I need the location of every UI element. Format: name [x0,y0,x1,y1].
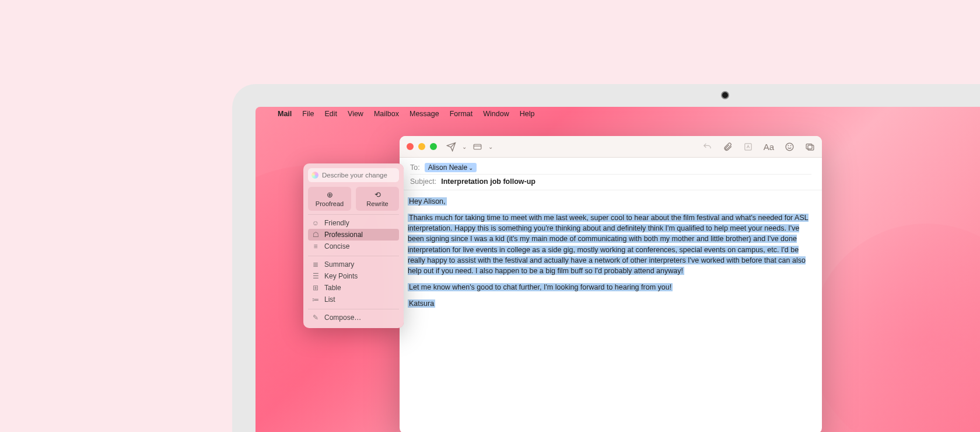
subject-row[interactable]: Subject: Interpretation job follow-up [410,174,811,187]
concise-icon: ≡ [312,242,320,250]
menu-window[interactable]: Window [483,110,509,118]
compose-window: ⌄ ⌄ Aa [400,136,822,432]
proofread-button[interactable]: ⊕ Proofread [308,187,351,211]
body-para1: Thanks much for taking time to meet with… [408,214,808,275]
table-icon: ⊞ [312,284,320,292]
recipient-chip[interactable]: Alison Neale [425,163,477,172]
format-icon[interactable]: Aa [764,142,774,152]
message-body[interactable]: Hey Alison, Thanks much for taking time … [400,190,822,432]
svg-point-5 [790,145,791,146]
list-icon: ≔ [312,295,320,304]
attachment-icon[interactable] [723,142,733,152]
format-table[interactable]: ⊞ Table [308,282,399,294]
to-row: To: Alison Neale [410,161,811,174]
svg-point-4 [788,145,789,146]
zoom-button[interactable] [430,143,437,150]
close-button[interactable] [407,143,414,150]
reply-icon[interactable] [702,142,712,152]
subject-label: Subject: [410,177,436,186]
titlebar: ⌄ ⌄ Aa [400,136,822,158]
body-signature: Katsura [408,299,435,308]
format-summary[interactable]: ≣ Summary [308,259,399,270]
svg-rect-2 [744,143,751,149]
header-fields-icon[interactable] [473,142,482,152]
svg-rect-7 [808,145,814,149]
writing-tools-popover: ⊕ Proofread ⟲ Rewrite ☺ Friendly ☖ Profe… [303,163,404,328]
subject-value: Interpretation job follow-up [441,177,536,186]
smile-icon: ☺ [312,219,320,227]
menu-format[interactable]: Format [450,110,473,118]
body-greeting: Hey Alison, [408,197,447,205]
chevron-down-icon[interactable]: ⌄ [488,144,493,150]
to-label: To: [410,163,420,172]
body-para2: Let me know when's good to chat further,… [408,283,673,291]
magnify-check-icon: ⊕ [310,190,349,199]
menu-message[interactable]: Message [410,110,439,118]
send-icon[interactable] [446,142,456,152]
svg-rect-6 [806,144,812,149]
header-fields: To: Alison Neale Subject: Interpretation… [400,158,822,190]
menu-help[interactable]: Help [520,110,535,118]
describe-change-input[interactable] [308,168,399,182]
tone-friendly[interactable]: ☺ Friendly [308,217,399,229]
briefcase-icon: ☖ [312,231,320,239]
emoji-icon[interactable] [785,142,794,152]
format-list[interactable]: ≔ List [308,294,399,305]
markup-icon[interactable] [743,142,753,152]
summary-icon: ≣ [312,260,320,269]
camera-dot [721,91,729,99]
keypoints-icon: ☰ [312,272,320,280]
rewrite-icon: ⟲ [358,190,397,199]
svg-rect-0 [474,144,481,149]
tone-concise[interactable]: ≡ Concise [308,241,399,252]
rewrite-button[interactable]: ⟲ Rewrite [356,187,399,211]
app-menu[interactable]: Mail [278,110,292,118]
menu-view[interactable]: View [348,110,363,118]
compose-menu-item[interactable]: ✎ Compose… [308,312,399,323]
menubar: Mail File Edit View Mailbox Message Form… [256,107,980,121]
chevron-down-icon[interactable]: ⌄ [462,144,467,150]
media-browser-icon[interactable] [805,142,815,152]
pencil-icon: ✎ [312,313,320,322]
menu-edit[interactable]: Edit [324,110,337,118]
format-keypoints[interactable]: ☰ Key Points [308,270,399,282]
menu-mailbox[interactable]: Mailbox [374,110,399,118]
menu-file[interactable]: File [302,110,314,118]
tone-professional[interactable]: ☖ Professional [308,229,399,241]
svg-point-3 [786,143,793,151]
minimize-button[interactable] [418,143,425,150]
window-controls [407,143,437,150]
